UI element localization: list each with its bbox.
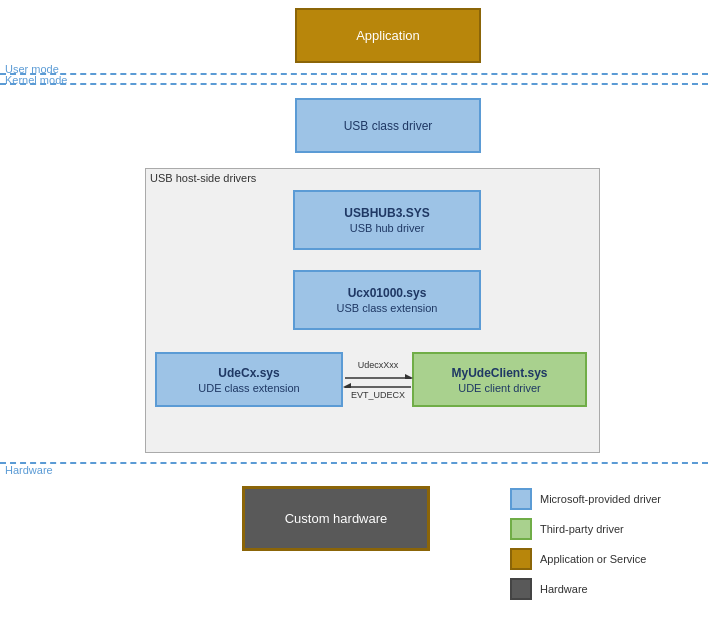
host-drivers-group-label: USB host-side drivers bbox=[150, 172, 256, 184]
arrow-right-svg bbox=[343, 372, 413, 379]
ucx-box: Ucx01000.sys USB class extension bbox=[293, 270, 481, 330]
user-mode-line bbox=[0, 73, 708, 75]
arrow-top-label: UdecxXxx bbox=[358, 360, 399, 370]
arrow-left-svg bbox=[343, 381, 413, 388]
legend-color-hardware bbox=[510, 578, 532, 600]
svg-marker-1 bbox=[405, 374, 413, 379]
kernel-mode-line bbox=[0, 83, 708, 85]
usbhub-subtitle: USB hub driver bbox=[350, 222, 425, 234]
udecx-title: UdeCx.sys bbox=[218, 366, 279, 380]
legend-text-thirdparty: Third-party driver bbox=[540, 522, 624, 536]
hardware-label: Hardware bbox=[5, 464, 53, 476]
application-label: Application bbox=[356, 28, 420, 43]
legend: Microsoft-provided driver Third-party dr… bbox=[510, 488, 661, 600]
diagram-container: Application User mode Kernel mode USB cl… bbox=[0, 0, 708, 638]
legend-item-hardware: Hardware bbox=[510, 578, 661, 600]
legend-text-microsoft: Microsoft-provided driver bbox=[540, 492, 661, 506]
udecx-box: UdeCx.sys UDE class extension bbox=[155, 352, 343, 407]
arrow-bottom-label: EVT_UDECX bbox=[351, 390, 405, 400]
myude-box: MyUdeClient.sys UDE client driver bbox=[412, 352, 587, 407]
legend-color-appservice bbox=[510, 548, 532, 570]
usb-class-driver-box: USB class driver bbox=[295, 98, 481, 153]
legend-item-thirdparty: Third-party driver bbox=[510, 518, 661, 540]
legend-item-appservice: Application or Service bbox=[510, 548, 661, 570]
legend-text-appservice: Application or Service bbox=[540, 552, 646, 566]
usbhub-title: USBHUB3.SYS bbox=[344, 206, 429, 220]
legend-item-microsoft: Microsoft-provided driver bbox=[510, 488, 661, 510]
kernel-mode-label: Kernel mode bbox=[5, 74, 67, 86]
udecx-subtitle: UDE class extension bbox=[198, 382, 300, 394]
ucx-subtitle: USB class extension bbox=[337, 302, 438, 314]
legend-text-hardware: Hardware bbox=[540, 582, 588, 596]
custom-hardware-box: Custom hardware bbox=[242, 486, 430, 551]
arrow-area: UdecxXxx EVT_UDECX bbox=[342, 360, 414, 400]
myude-subtitle: UDE client driver bbox=[458, 382, 541, 394]
custom-hardware-label: Custom hardware bbox=[285, 511, 388, 526]
application-box: Application bbox=[295, 8, 481, 63]
legend-color-microsoft bbox=[510, 488, 532, 510]
svg-marker-3 bbox=[343, 383, 351, 388]
legend-color-thirdparty bbox=[510, 518, 532, 540]
usbhub-box: USBHUB3.SYS USB hub driver bbox=[293, 190, 481, 250]
myude-title: MyUdeClient.sys bbox=[451, 366, 547, 380]
hardware-line bbox=[0, 462, 708, 464]
ucx-title: Ucx01000.sys bbox=[348, 286, 427, 300]
usb-class-driver-label: USB class driver bbox=[344, 119, 433, 133]
